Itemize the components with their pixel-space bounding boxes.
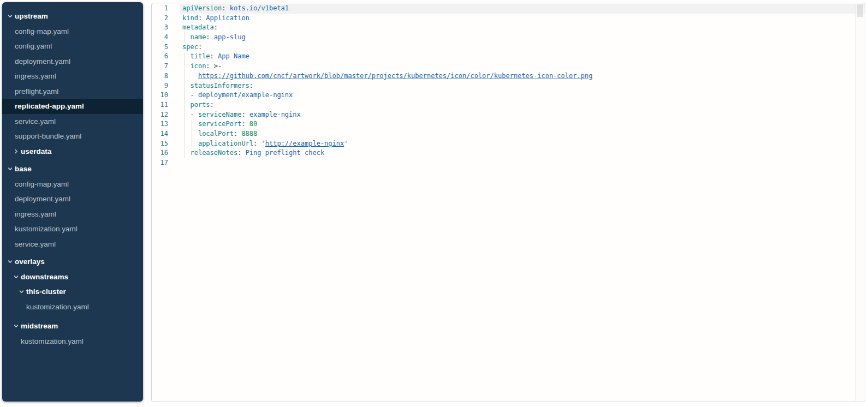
chevron-down-icon: [14, 274, 21, 279]
sidebar-item-label: ingress.yaml: [15, 72, 56, 80]
line-number: 8: [152, 71, 168, 81]
chevron-down-icon: [8, 259, 15, 264]
sidebar-item-support-bundle-yaml[interactable]: support-bundle.yaml: [2, 129, 143, 144]
sidebar-item-label: ingress.yaml: [15, 210, 56, 218]
sidebar-item-label: this-cluster: [26, 288, 66, 296]
line-number: 12: [152, 110, 168, 120]
chevron-down-icon: [8, 166, 15, 171]
sidebar-item-service-yaml[interactable]: service.yaml: [2, 114, 143, 129]
code-token: releaseNotes: [190, 149, 237, 157]
sidebar-item-base[interactable]: base: [2, 161, 143, 177]
code-token: 80: [249, 120, 257, 128]
code-line[interactable]: 3metadata:: [152, 23, 865, 33]
code-line[interactable]: 17: [152, 158, 865, 168]
sidebar-item-ingress-yaml[interactable]: ingress.yaml: [2, 207, 143, 222]
code-line-content: localPort: 8888: [182, 129, 865, 139]
code-token: :: [249, 82, 253, 89]
code-token: applicationUrl: [198, 140, 253, 147]
code-line[interactable]: 4 name: app-slug: [152, 33, 865, 43]
sidebar-item-label: service.yaml: [15, 240, 56, 248]
code-link[interactable]: https://github.com/cncf/artwork/blob/mas…: [198, 72, 592, 80]
sidebar-item-kustomization-yaml[interactable]: kustomization.yaml: [2, 300, 143, 315]
code-line[interactable]: 2kind: Application: [152, 14, 865, 23]
code-token: app-slug: [214, 33, 246, 41]
sidebar-item-config-map-yaml[interactable]: config-map.yaml: [2, 177, 143, 192]
code-line[interactable]: 16 releaseNotes: Ping preflight check: [152, 148, 865, 158]
sidebar-item-label: upstream: [15, 12, 48, 20]
code-line[interactable]: 6 title: App Name: [152, 52, 865, 62]
sidebar-item-upstream[interactable]: upstream: [2, 9, 143, 24]
code-line[interactable]: 1apiVersion: kots.io/v1beta1: [152, 4, 865, 14]
line-number: 13: [152, 119, 168, 129]
sidebar-item-label: config.yaml: [15, 42, 52, 50]
code-token: metadata: [182, 23, 214, 31]
scrollbar-thumb[interactable]: [857, 4, 863, 17]
line-number: 14: [152, 129, 168, 139]
chevron-down-icon: [19, 289, 26, 294]
yaml-editor[interactable]: 1apiVersion: kots.io/v1beta12kind: Appli…: [151, 3, 865, 402]
code-token: Application: [206, 14, 249, 22]
code-line[interactable]: 13 servicePort: 80: [152, 119, 865, 129]
code-line[interactable]: 11 ports:: [152, 100, 865, 110]
line-number: 5: [152, 43, 168, 52]
sidebar-item-downstreams[interactable]: downstreams: [2, 270, 143, 285]
sidebar-item-deployment-yaml[interactable]: deployment.yaml: [2, 54, 143, 69]
indent-guide: [184, 129, 185, 139]
code-line[interactable]: 5spec:: [152, 43, 865, 52]
sidebar-item-service-yaml[interactable]: service.yaml: [2, 237, 143, 252]
editor-scrollbar[interactable]: [855, 4, 864, 401]
indent-guide: [192, 119, 192, 129]
code-token: example-nginx: [249, 111, 301, 118]
code-token: servicePort: [198, 120, 241, 128]
sidebar-item-label: midstream: [21, 322, 58, 330]
sidebar-item-label: support-bundle.yaml: [15, 132, 81, 140]
sidebar-item-label: service.yaml: [15, 117, 56, 125]
code-token: ports: [190, 101, 210, 109]
indent-guide: [184, 91, 185, 100]
sidebar-item-label: config-map.yaml: [15, 27, 69, 35]
indent-guide: [184, 33, 185, 43]
code-line-content: - deployment/example-nginx: [182, 91, 865, 100]
code-token: kind: [182, 14, 198, 22]
code-token: [182, 140, 198, 147]
line-number: 11: [152, 100, 168, 110]
sidebar-item-config-yaml[interactable]: config.yaml: [2, 39, 143, 54]
sidebar-item-userdata[interactable]: userdata: [2, 144, 143, 159]
sidebar-item-kustomization-yaml[interactable]: kustomization.yaml: [2, 222, 143, 237]
code-line-content: name: app-slug: [182, 33, 865, 43]
sidebar-item-this-cluster[interactable]: this-cluster: [2, 284, 143, 300]
code-token: :: [241, 120, 249, 128]
code-line[interactable]: 14 localPort: 8888: [152, 129, 865, 139]
code-token: [182, 130, 198, 137]
code-line[interactable]: 15 applicationUrl: 'http://example-nginx…: [152, 139, 865, 149]
code-line-content: releaseNotes: Ping preflight check: [182, 148, 865, 158]
code-lines: 1apiVersion: kots.io/v1beta12kind: Appli…: [152, 3, 865, 168]
code-token: -: [190, 91, 198, 99]
code-line[interactable]: 7 icon: >-: [152, 62, 865, 71]
sidebar-item-kustomization-yaml[interactable]: kustomization.yaml: [2, 334, 143, 349]
sidebar-item-deployment-yaml[interactable]: deployment.yaml: [2, 191, 143, 207]
code-line[interactable]: 8 https://github.com/cncf/artwork/blob/m…: [152, 71, 865, 81]
code-line-content: [182, 158, 865, 168]
indent-guide: [184, 119, 185, 129]
code-line[interactable]: 12 - serviceName: example-nginx: [152, 110, 865, 120]
sidebar-item-label: userdata: [21, 147, 51, 155]
indent-guide: [184, 52, 185, 62]
sidebar-item-overlays[interactable]: overlays: [2, 254, 143, 270]
line-number: 16: [152, 148, 168, 158]
code-token: Ping preflight check: [246, 149, 325, 157]
code-token: App Name: [218, 52, 249, 60]
code-token: ': [261, 140, 265, 147]
code-token: :: [210, 101, 214, 109]
chevron-down-icon: [8, 14, 15, 19]
sidebar-item-midstream[interactable]: midstream: [2, 319, 143, 334]
sidebar-item-preflight-yaml[interactable]: preflight.yaml: [2, 84, 143, 99]
indent-guide: [184, 62, 185, 71]
sidebar-item-replicated-app-yaml[interactable]: replicated-app.yaml: [2, 99, 143, 114]
code-line[interactable]: 10 - deployment/example-nginx: [152, 91, 865, 100]
code-token: icon: [190, 62, 206, 70]
sidebar-item-ingress-yaml[interactable]: ingress.yaml: [2, 69, 143, 84]
code-line[interactable]: 9 statusInformers:: [152, 81, 865, 91]
sidebar-item-config-map-yaml[interactable]: config-map.yaml: [2, 24, 143, 39]
code-link[interactable]: http://example-nginx: [265, 140, 344, 147]
